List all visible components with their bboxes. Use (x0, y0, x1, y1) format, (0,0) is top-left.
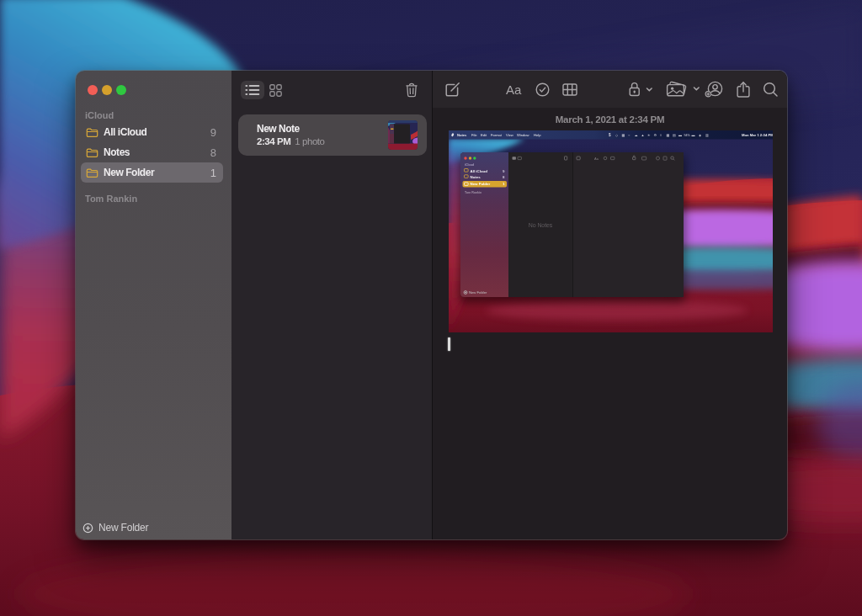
svg-text:iCloud: iCloud (465, 163, 474, 167)
svg-text:Window: Window (517, 133, 529, 137)
svg-text:Edit: Edit (481, 133, 487, 137)
svg-text:All iCloud: All iCloud (471, 169, 488, 173)
svg-text:⚙: ⚙ (654, 133, 657, 137)
svg-text:$: $ (609, 133, 611, 137)
svg-text:View: View (506, 133, 513, 137)
svg-text:▬: ▬ (692, 133, 695, 137)
svg-text:Notes: Notes (457, 133, 467, 137)
svg-text:▤: ▤ (673, 133, 676, 137)
svg-text:☁: ☁ (635, 133, 638, 137)
svg-text:Notes: Notes (471, 175, 482, 179)
svg-text:Tom Rankin: Tom Rankin (465, 191, 482, 194)
svg-text:94%: 94% (684, 134, 691, 137)
svg-text:▩: ▩ (622, 133, 625, 137)
svg-text:Format: Format (491, 133, 503, 137)
svg-text:▩: ▩ (667, 133, 670, 137)
svg-text:▬: ▬ (678, 133, 682, 137)
svg-text:No Notes: No Notes (529, 222, 553, 228)
svg-text:Help: Help (534, 133, 541, 137)
svg-text:☀: ☀ (647, 133, 651, 137)
svg-text:New Folder: New Folder (471, 182, 491, 186)
svg-text:Mon Mar 1 2:34 PM: Mon Mar 1 2:34 PM (742, 133, 773, 137)
svg-text:New Folder: New Folder (469, 290, 487, 295)
svg-text:▥: ▥ (705, 133, 709, 137)
svg-text:Aa: Aa (594, 157, 599, 161)
svg-text:◊: ◊ (660, 133, 662, 137)
svg-text:▲: ▲ (641, 133, 645, 137)
svg-text:File: File (471, 133, 477, 137)
